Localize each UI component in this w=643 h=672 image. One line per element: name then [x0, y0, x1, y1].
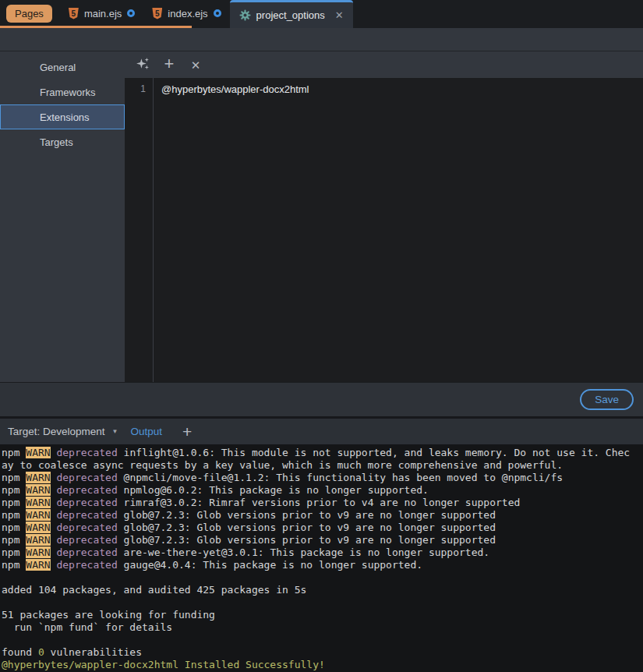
warn-badge: WARN	[26, 546, 50, 558]
tab-main-ejs[interactable]: 5main.ejs	[60, 0, 143, 28]
tab-label: main.ejs	[84, 8, 122, 19]
add-extension-button[interactable]: +	[159, 55, 179, 75]
target-selector[interactable]: Target: Development ▼	[8, 426, 118, 437]
terminal-text: ay to coalesce async requests by a key v…	[2, 459, 563, 471]
warn-badge: WARN	[26, 522, 50, 533]
sparkles-button[interactable]	[132, 55, 153, 75]
tab-strip: 5main.ejs5index.ejsproject_options✕	[60, 0, 353, 28]
tab-bar: Pages 5main.ejs5index.ejsproject_options…	[0, 0, 643, 28]
terminal-text: npmlog@6.0.2: This package is no longer …	[118, 484, 429, 496]
plus-icon: +	[164, 55, 175, 73]
terminal-text: added 104 packages, and audited 425 pack…	[2, 584, 306, 596]
html5-icon: 5	[152, 8, 162, 19]
terminal-text: npm	[2, 559, 26, 571]
warn-badge: WARN	[26, 447, 50, 458]
terminal-text: npm	[2, 472, 26, 483]
terminal-line: added 104 packages, and audited 425 pack…	[2, 584, 643, 596]
terminal-text: deprecated	[56, 447, 117, 458]
close-icon: ✕	[191, 59, 201, 71]
terminal-text: npm	[2, 447, 26, 458]
app-window: Pages 5main.ejs5index.ejsproject_options…	[0, 0, 643, 672]
extensions-editor[interactable]: 1 @hyperbytes/wappler-docx2html	[125, 78, 643, 382]
terminal-line: npm WARN deprecated glob@7.2.3: Glob ver…	[2, 509, 643, 522]
editor-toolbar: + ✕	[125, 51, 643, 78]
terminal-text: glob@7.2.3: Glob versions prior to v9 ar…	[118, 534, 496, 546]
terminal-text: run `npm fund` for details	[2, 621, 172, 633]
main-area: GeneralFrameworksExtensionsTargets +	[0, 51, 643, 382]
sidebar-item-general[interactable]: General	[0, 55, 125, 80]
chevron-down-icon: ▼	[112, 428, 118, 435]
code-line: @hyperbytes/wappler-docx2html	[154, 78, 309, 382]
terminal-line: @hyperbytes/wappler-docx2html Installed …	[2, 659, 643, 671]
terminal-text: 51 packages are looking for funding	[2, 609, 215, 621]
terminal-text: glob@7.2.3: Glob versions prior to v9 ar…	[118, 509, 496, 521]
terminal-text: deprecated	[56, 534, 117, 546]
html5-icon: 5	[69, 8, 79, 19]
terminal-text: deprecated	[56, 484, 117, 496]
sidebar-item-label: Frameworks	[40, 87, 96, 98]
terminal-text: npm	[2, 522, 26, 533]
warn-badge: WARN	[26, 534, 50, 546]
terminal-line: npm WARN deprecated inflight@1.0.6: This…	[2, 447, 643, 459]
terminal-text: npm	[2, 509, 26, 521]
sidebar: GeneralFrameworksExtensionsTargets	[0, 51, 125, 382]
terminal-line: found 0 vulnerabilities	[2, 646, 643, 659]
remove-extension-button[interactable]: ✕	[185, 55, 206, 75]
terminal-text: 0	[38, 646, 44, 658]
line-number: 1	[140, 83, 146, 94]
terminal-text: npm	[2, 484, 26, 496]
terminal-text: npm	[2, 534, 26, 546]
terminal-line: ay to coalesce async requests by a key v…	[2, 459, 643, 472]
terminal-line: npm WARN deprecated glob@7.2.3: Glob ver…	[2, 522, 643, 534]
terminal-text: found	[2, 646, 38, 658]
terminal-line: npm WARN deprecated rimraf@3.0.2: Rimraf…	[2, 497, 643, 509]
terminal-text: deprecated	[56, 509, 117, 521]
terminal-text: npm	[2, 546, 26, 558]
tab-project-options[interactable]: project_options✕	[230, 0, 353, 28]
terminal-text: gauge@4.0.4: This package is no longer s…	[118, 559, 422, 571]
terminal-line	[2, 596, 643, 609]
sidebar-item-targets[interactable]: Targets	[0, 129, 125, 154]
add-output-button[interactable]: +	[179, 423, 195, 440]
terminal-line: 51 packages are looking for funding	[2, 609, 643, 621]
tab-label: project_options	[256, 9, 325, 21]
terminal-text: @npmcli/move-file@1.1.2: This functional…	[118, 472, 563, 483]
terminal-text: rimraf@3.0.2: Rimraf versions prior to v…	[118, 497, 521, 508]
active-section-underline	[0, 26, 192, 28]
sparkles-icon	[136, 57, 150, 73]
tab-index-ejs[interactable]: 5index.ejs	[143, 0, 229, 28]
save-button[interactable]: Save	[580, 389, 634, 410]
editor-column: + ✕ 1 @hyperbytes/wappler-docx2html	[125, 51, 643, 382]
tab-output[interactable]: Output	[131, 426, 163, 437]
terminal-text: npm	[2, 497, 26, 508]
terminal-line: npm WARN deprecated @npmcli/move-file@1.…	[2, 472, 643, 484]
terminal-line: npm WARN deprecated npmlog@6.0.2: This p…	[2, 484, 643, 497]
terminal-line: npm WARN deprecated gauge@4.0.4: This pa…	[2, 559, 643, 571]
pages-button[interactable]: Pages	[6, 5, 52, 23]
warn-badge: WARN	[26, 497, 50, 508]
terminal-line: npm WARN deprecated glob@7.2.3: Glob ver…	[2, 534, 643, 546]
terminal-text: deprecated	[56, 497, 117, 508]
warn-badge: WARN	[26, 472, 50, 483]
warn-badge: WARN	[26, 509, 50, 521]
toolbar-strip	[0, 28, 643, 51]
sidebar-item-label: Targets	[40, 136, 73, 148]
tab-label: index.ejs	[168, 8, 207, 19]
target-label: Target: Development	[8, 426, 105, 437]
terminal-text: deprecated	[56, 522, 117, 533]
terminal-line: run `npm fund` for details	[2, 621, 643, 634]
close-icon[interactable]: ✕	[335, 9, 344, 21]
gear-icon	[239, 9, 251, 21]
sidebar-item-label: General	[40, 62, 76, 73]
terminal-text: @hyperbytes/wappler-docx2html Installed …	[2, 659, 325, 670]
warn-badge: WARN	[26, 559, 50, 571]
warn-badge: WARN	[26, 484, 50, 496]
terminal-text: glob@7.2.3: Glob versions prior to v9 ar…	[118, 522, 496, 533]
terminal-output[interactable]: npm WARN deprecated inflight@1.0.6: This…	[0, 444, 643, 672]
terminal-line: npm WARN deprecated are-we-there-yet@3.0…	[2, 546, 643, 559]
sidebar-item-frameworks[interactable]: Frameworks	[0, 80, 125, 104]
sidebar-item-extensions[interactable]: Extensions	[0, 104, 125, 129]
modified-indicator-icon	[127, 9, 135, 17]
terminal-text: deprecated	[56, 546, 117, 558]
terminal-line	[2, 571, 643, 584]
